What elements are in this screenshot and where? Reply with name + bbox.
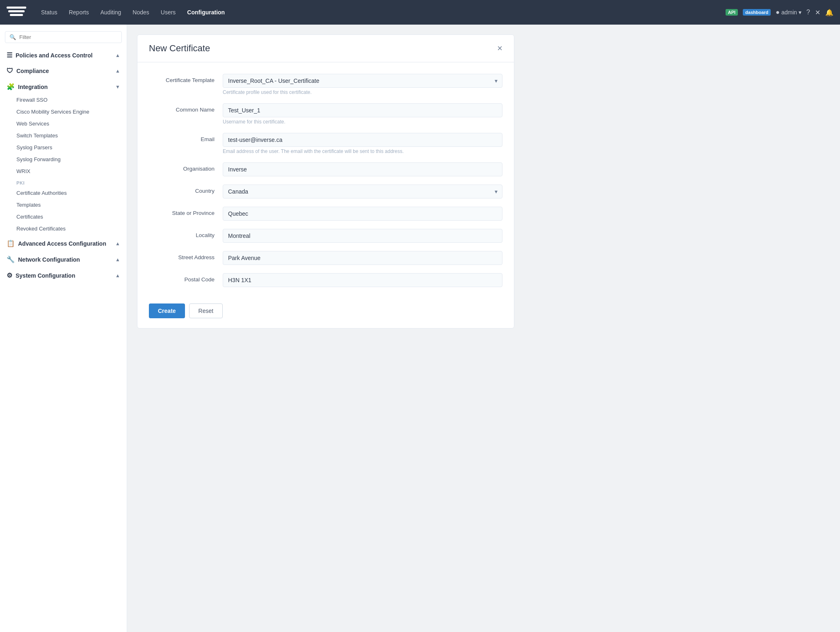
- nav-reports[interactable]: Reports: [64, 6, 94, 19]
- field-postal-code-input: [223, 273, 502, 287]
- sidebar-subitem-firewall-sso[interactable]: Firewall SSO: [0, 94, 127, 106]
- sidebar-item-policies[interactable]: ☰ Policies and Access Control ▲: [0, 48, 127, 62]
- network-chevron: ▲: [115, 257, 120, 262]
- email-input[interactable]: [223, 133, 502, 147]
- card-body: Certificate Template Inverse_Root_CA - U…: [137, 62, 514, 287]
- compliance-icon: 🛡: [7, 67, 13, 75]
- field-common-name-input: Username for this certificate.: [223, 103, 502, 125]
- pki-group-label: PKI: [0, 177, 127, 187]
- sidebar-subitem-certificate-authorities[interactable]: Certificate Authorities: [0, 187, 127, 199]
- reset-button[interactable]: Reset: [189, 303, 223, 318]
- field-organisation-input: [223, 162, 502, 176]
- search-input[interactable]: [19, 34, 117, 40]
- nav-nodes[interactable]: Nodes: [128, 6, 154, 19]
- svg-rect-2: [10, 14, 23, 16]
- system-chevron: ▲: [115, 273, 120, 278]
- sidebar-subitem-templates[interactable]: Templates: [0, 199, 127, 211]
- sidebar-subitem-revoked-certificates[interactable]: Revoked Certificates: [0, 223, 127, 235]
- nav-auditing[interactable]: Auditing: [96, 6, 126, 19]
- sidebar-item-integration-label: Integration: [18, 84, 112, 90]
- network-icon: 🔧: [7, 256, 15, 263]
- label-locality: Locality: [149, 229, 223, 238]
- label-email: Email: [149, 133, 223, 142]
- label-state: State or Province: [149, 207, 223, 216]
- hint-email: Email address of the user. The email wit…: [223, 148, 502, 154]
- sidebar-item-integration[interactable]: 🧩 Integration ▼: [0, 80, 127, 94]
- common-name-input[interactable]: [223, 103, 502, 117]
- dashboard-badge[interactable]: dashboard: [743, 9, 771, 16]
- system-icon: ⚙: [7, 272, 12, 279]
- field-country-input: Canada: [223, 185, 502, 198]
- layout: 🔍 ☰ Policies and Access Control ▲ 🛡 Comp…: [0, 25, 840, 632]
- sidebar-section-compliance: 🛡 Compliance ▲: [0, 64, 127, 78]
- advanced-access-chevron: ▲: [115, 241, 120, 246]
- advanced-access-icon: 📋: [7, 240, 15, 247]
- svg-rect-1: [8, 10, 25, 12]
- tools-icon[interactable]: ✕: [815, 9, 820, 16]
- label-street-address: Street Address: [149, 251, 223, 260]
- card-header: New Certificate ×: [137, 35, 514, 62]
- nav-links: Status Reports Auditing Nodes Users Conf…: [36, 6, 726, 19]
- sidebar-item-system[interactable]: ⚙ System Configuration ▲: [0, 268, 127, 283]
- logo[interactable]: [7, 5, 26, 20]
- sidebar-subitem-syslog-forwarding[interactable]: Syslog Forwarding: [0, 153, 127, 165]
- sidebar-item-system-label: System Configuration: [16, 272, 112, 279]
- sidebar-item-network[interactable]: 🔧 Network Configuration ▲: [0, 252, 127, 267]
- sidebar-subitem-cisco-mobility[interactable]: Cisco Mobility Services Engine: [0, 106, 127, 118]
- sidebar-item-compliance-label: Compliance: [16, 68, 112, 74]
- sidebar-subitem-wrix[interactable]: WRIX: [0, 165, 127, 177]
- sidebar-section-integration: 🧩 Integration ▼ Firewall SSO Cisco Mobil…: [0, 80, 127, 235]
- label-organisation: Organisation: [149, 162, 223, 172]
- sidebar-item-network-label: Network Configuration: [18, 256, 112, 263]
- sidebar-subitem-web-services[interactable]: Web Services: [0, 118, 127, 130]
- hint-certificate-template: Certificate profile used for this certif…: [223, 89, 502, 95]
- sidebar-subitem-syslog-parsers[interactable]: Syslog Parsers: [0, 141, 127, 153]
- create-button[interactable]: Create: [149, 303, 185, 318]
- sidebar-item-compliance[interactable]: 🛡 Compliance ▲: [0, 64, 127, 78]
- hint-common-name: Username for this certificate.: [223, 119, 502, 125]
- field-locality-input: [223, 229, 502, 243]
- sidebar-subitem-certificates[interactable]: Certificates: [0, 211, 127, 223]
- sidebar-subitem-switch-templates[interactable]: Switch Templates: [0, 130, 127, 141]
- certificate-template-select[interactable]: Inverse_Root_CA - User_Certificate: [223, 74, 502, 88]
- policies-chevron: ▲: [115, 52, 120, 58]
- sidebar-section-policies: ☰ Policies and Access Control ▲: [0, 48, 127, 62]
- sidebar-section-advanced-access: 📋 Advanced Access Configuration ▲: [0, 236, 127, 251]
- locality-input[interactable]: [223, 229, 502, 243]
- topnav: Status Reports Auditing Nodes Users Conf…: [0, 0, 840, 25]
- field-street-address-input: [223, 251, 502, 265]
- field-common-name: Common Name Username for this certificat…: [149, 103, 502, 125]
- card-footer: Create Reset: [137, 295, 514, 328]
- sidebar-section-network: 🔧 Network Configuration ▲: [0, 252, 127, 267]
- sidebar-item-policies-label: Policies and Access Control: [16, 52, 112, 59]
- field-email-input: Email address of the user. The email wit…: [223, 133, 502, 154]
- nav-configuration[interactable]: Configuration: [182, 6, 230, 19]
- street-address-input[interactable]: [223, 251, 502, 265]
- help-icon[interactable]: ?: [806, 9, 810, 16]
- bell-icon[interactable]: 🔔: [825, 9, 833, 16]
- nav-users[interactable]: Users: [156, 6, 181, 19]
- organisation-input[interactable]: [223, 162, 502, 176]
- postal-code-input[interactable]: [223, 273, 502, 287]
- main-content: New Certificate × Certificate Template I…: [127, 25, 840, 632]
- country-select[interactable]: Canada: [223, 185, 502, 198]
- state-input[interactable]: [223, 207, 502, 221]
- field-street-address: Street Address: [149, 251, 502, 265]
- sidebar: 🔍 ☰ Policies and Access Control ▲ 🛡 Comp…: [0, 25, 127, 632]
- admin-menu[interactable]: ● admin ▾: [776, 9, 801, 16]
- field-locality: Locality: [149, 229, 502, 243]
- new-certificate-card: New Certificate × Certificate Template I…: [137, 34, 514, 329]
- integration-icon: 🧩: [7, 83, 15, 91]
- sidebar-item-advanced-access-label: Advanced Access Configuration: [18, 240, 112, 247]
- sidebar-section-system: ⚙ System Configuration ▲: [0, 268, 127, 283]
- topnav-right: API dashboard ● admin ▾ ? ✕ 🔔: [726, 9, 833, 16]
- field-organisation: Organisation: [149, 162, 502, 176]
- search-icon: 🔍: [9, 34, 16, 40]
- sidebar-search-container: 🔍: [5, 31, 122, 43]
- api-badge[interactable]: API: [726, 9, 738, 16]
- close-button[interactable]: ×: [497, 43, 502, 54]
- field-certificate-template-input: Inverse_Root_CA - User_Certificate Certi…: [223, 74, 502, 95]
- label-postal-code: Postal Code: [149, 273, 223, 283]
- nav-status[interactable]: Status: [36, 6, 62, 19]
- sidebar-item-advanced-access[interactable]: 📋 Advanced Access Configuration ▲: [0, 236, 127, 251]
